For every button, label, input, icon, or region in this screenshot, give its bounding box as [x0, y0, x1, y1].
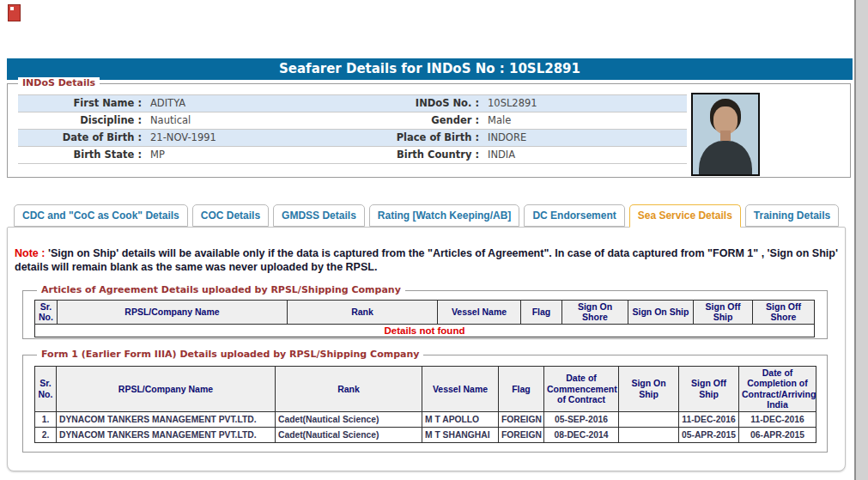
field-value: ADITYA	[147, 95, 392, 112]
indos-detail-row: Birth State :MPBirth Country :INDIA	[18, 147, 687, 164]
column-header-sign-on-ship: Sign On Ship	[628, 301, 694, 325]
tab-sea-service-details[interactable]: Sea Service Details	[629, 204, 741, 228]
field-label: INDoS No. :	[392, 95, 484, 112]
field-value: MP	[147, 147, 392, 163]
table-row: Details not found	[35, 324, 815, 337]
column-header-sign-off-ship: Sign Off Ship	[679, 367, 739, 412]
articles-legend: Articles of Agreement Details uploaded b…	[37, 284, 405, 295]
field-label: Discipline :	[18, 112, 147, 129]
cell: DYNACOM TANKERS MANAGEMENT PVT.LTD.	[57, 427, 276, 442]
table-row: 2.DYNACOM TANKERS MANAGEMENT PVT.LTD.Cad…	[35, 427, 816, 442]
cell: 05-SEP-2016	[544, 411, 619, 427]
cell: 06-APR-2015	[739, 427, 816, 442]
column-header-rank: Rank	[276, 367, 422, 412]
table-row: 1.DYNACOM TANKERS MANAGEMENT PVT.LTD.Cad…	[35, 411, 816, 427]
page-title: Seafarer Details for INDoS No : 10SL2891	[7, 58, 853, 80]
cell: 11-DEC-2016	[679, 411, 739, 427]
note-body: 'Sign on Ship' details will be available…	[15, 247, 838, 273]
cell: FOREIGN	[499, 427, 544, 442]
field-value: INDORE	[484, 130, 687, 146]
column-header-sr-no: Sr. No.	[35, 301, 58, 325]
tab-dc-endorsement[interactable]: DC Endorsement	[524, 204, 624, 227]
cell: 05-APR-2015	[679, 427, 739, 442]
note-label: Note :	[15, 247, 45, 259]
field-label: First Name :	[18, 95, 147, 112]
articles-table: Sr. No.RPSL/Company NameRankVessel NameF…	[34, 300, 815, 337]
field-label: Birth State :	[18, 147, 147, 163]
indos-details-legend: INDoS Details	[18, 77, 100, 88]
tab-rating-watch-keeping-ab[interactable]: Rating [Watch Keeping/AB]	[369, 204, 520, 227]
tab-cdc-and-coc-as-cook-details[interactable]: CDC and "CoC as Cook" Details	[14, 204, 188, 227]
cell	[619, 427, 679, 442]
indos-details-grid: First Name :ADITYAINDoS No. :10SL2891Dis…	[18, 94, 687, 164]
cell: 1.	[35, 411, 57, 427]
photo-face	[713, 106, 737, 134]
form1-table: Sr. No.RPSL/Company NameRankVessel NameF…	[34, 366, 816, 443]
column-header-date-of-commencement-of-contract: Date of Commencement of Contract	[544, 367, 619, 412]
cell: FOREIGN	[499, 411, 544, 427]
right-scroll-rail[interactable]	[854, 0, 868, 480]
column-header-sign-off-ship: Sign Off Ship	[694, 301, 753, 325]
cell: 2.	[35, 427, 57, 442]
column-header-rpsl-company-name: RPSL/Company Name	[57, 367, 276, 412]
sea-service-tab-panel: Note : 'Sign on Ship' details will be av…	[7, 227, 846, 471]
cell	[619, 411, 679, 427]
header-row: Sr. No.RPSL/Company NameRankVessel NameF…	[35, 367, 816, 412]
cell: Cadet(Nautical Science)	[276, 411, 422, 427]
indos-detail-row: Date of Birth :21-NOV-1991Place of Birth…	[18, 130, 687, 147]
field-label: Place of Birth :	[392, 130, 484, 146]
field-value: INDIA	[484, 147, 687, 163]
indos-detail-row: Discipline :NauticalGender :Male	[18, 112, 687, 130]
column-header-flag: Flag	[521, 301, 562, 325]
field-label: Birth Country :	[392, 147, 484, 163]
header-row: Sr. No.RPSL/Company NameRankVessel NameF…	[35, 301, 815, 325]
form1-legend: Form 1 (Earlier Form IIIA) Details uploa…	[37, 349, 423, 360]
field-value: 21-NOV-1991	[147, 130, 392, 146]
photo-torso	[699, 141, 752, 176]
cell: 08-DEC-2014	[544, 427, 619, 442]
photo-neck	[720, 131, 731, 141]
indos-detail-row: First Name :ADITYAINDoS No. :10SL2891	[18, 95, 687, 112]
column-header-date-of-completion-of-contract-arriving-india: Date of Completion of Contract/Arriving …	[739, 367, 816, 412]
cell: M T SHANGHAI	[422, 427, 499, 442]
tab-training-details[interactable]: Training Details	[745, 204, 839, 227]
cell: M T APOLLO	[422, 411, 499, 427]
column-header-vessel-name: Vessel Name	[438, 301, 521, 325]
tab-strip: CDC and "CoC as Cook" DetailsCOC Details…	[14, 204, 839, 228]
broken-image-icon	[8, 4, 21, 21]
tab-coc-details[interactable]: COC Details	[192, 204, 269, 227]
details-not-found-message: Details not found	[35, 324, 815, 337]
column-header-rank: Rank	[288, 301, 438, 325]
seafarer-photo	[691, 93, 760, 176]
field-label: Gender :	[392, 112, 484, 129]
column-header-flag: Flag	[499, 367, 544, 412]
tab-gmdss-details[interactable]: GMDSS Details	[273, 204, 365, 227]
form1-details-fieldset: Form 1 (Earlier Form IIIA) Details uploa…	[22, 355, 828, 453]
column-header-sign-on-shore: Sign On Shore	[562, 301, 628, 325]
column-header-rpsl-company-name: RPSL/Company Name	[58, 301, 288, 325]
column-header-sign-on-ship: Sign On Ship	[619, 367, 679, 412]
field-value: 10SL2891	[484, 95, 687, 112]
field-label: Date of Birth :	[18, 130, 147, 146]
note-text: Note : 'Sign on Ship' details will be av…	[15, 247, 839, 275]
column-header-vessel-name: Vessel Name	[422, 367, 499, 412]
cell: DYNACOM TANKERS MANAGEMENT PVT.LTD.	[57, 411, 276, 427]
cell: 11-DEC-2016	[739, 411, 816, 427]
cell: Cadet(Nautical Science)	[276, 427, 422, 442]
field-value: Male	[484, 112, 687, 129]
column-header-sr-no: Sr. No.	[35, 367, 57, 412]
field-value: Nautical	[147, 112, 392, 129]
column-header-sign-off-shore: Sign Off Shore	[753, 301, 815, 325]
articles-of-agreement-fieldset: Articles of Agreement Details uploaded b…	[22, 290, 828, 339]
